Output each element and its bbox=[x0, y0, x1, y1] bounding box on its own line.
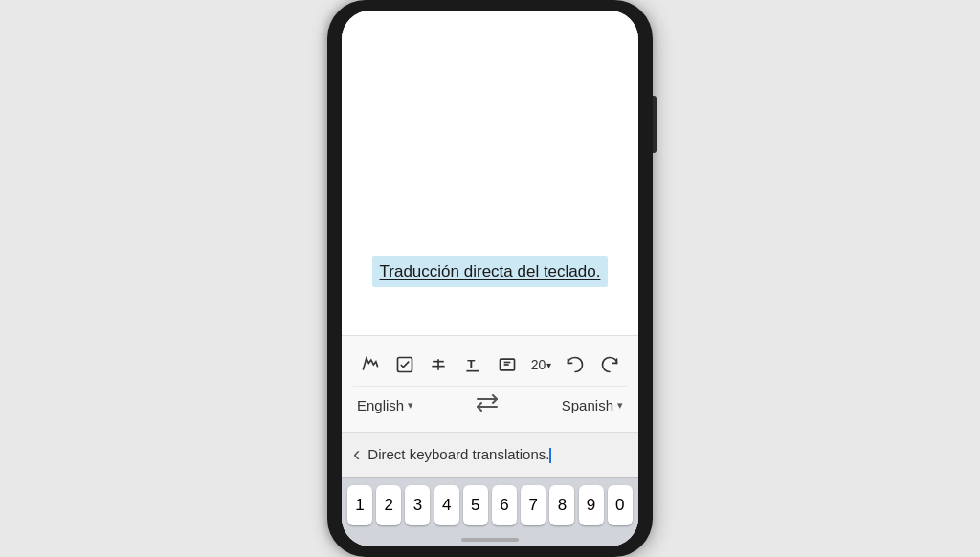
key-6[interactable]: 6 bbox=[492, 485, 517, 525]
toolbar-icons-row: T 20 ▾ bbox=[353, 344, 627, 387]
keyboard-bottom-bar bbox=[342, 533, 638, 546]
key-1[interactable]: 1 bbox=[347, 485, 372, 525]
font-size-chevron: ▾ bbox=[546, 360, 551, 370]
input-text[interactable]: Direct keyboard translations. bbox=[368, 446, 627, 463]
target-language-chevron: ▾ bbox=[617, 399, 623, 412]
swap-languages-button[interactable] bbox=[477, 394, 498, 416]
text-box-icon[interactable] bbox=[492, 349, 523, 380]
key-8[interactable]: 8 bbox=[549, 485, 574, 525]
text-underline-icon[interactable]: T bbox=[457, 349, 488, 380]
source-language-label: English bbox=[357, 397, 404, 413]
keyboard-number-row: 1 2 3 4 5 6 7 8 9 0 bbox=[342, 477, 638, 533]
key-5[interactable]: 5 bbox=[463, 485, 488, 525]
key-4[interactable]: 4 bbox=[434, 485, 459, 525]
phone-frame: Traducción directa del teclado. bbox=[327, 0, 653, 557]
text-cursor bbox=[549, 448, 551, 463]
phone-screen: Traducción directa del teclado. bbox=[342, 11, 638, 546]
toolbar: T 20 ▾ bbox=[342, 335, 638, 432]
font-size-button[interactable]: 20 ▾ bbox=[526, 349, 557, 380]
input-bar: ‹ Direct keyboard translations. bbox=[342, 432, 638, 477]
svg-text:T: T bbox=[467, 357, 475, 371]
translated-text: Traducción directa del teclado. bbox=[372, 256, 609, 287]
language-row: English ▾ Spanish ▾ bbox=[353, 387, 627, 424]
font-size-value: 20 bbox=[531, 357, 546, 372]
input-text-value: Direct keyboard translations. bbox=[368, 446, 549, 462]
source-language-chevron: ▾ bbox=[408, 399, 413, 412]
source-language-selector[interactable]: English ▾ bbox=[357, 397, 413, 413]
key-2[interactable]: 2 bbox=[376, 485, 401, 525]
key-7[interactable]: 7 bbox=[521, 485, 546, 525]
target-language-selector[interactable]: Spanish ▾ bbox=[562, 397, 623, 413]
key-9[interactable]: 9 bbox=[579, 485, 604, 525]
target-language-label: Spanish bbox=[562, 397, 613, 413]
key-0[interactable]: 0 bbox=[608, 485, 633, 525]
redo-icon[interactable] bbox=[594, 349, 625, 380]
undo-icon[interactable] bbox=[560, 349, 590, 380]
pen-icon[interactable] bbox=[355, 349, 386, 380]
key-3[interactable]: 3 bbox=[405, 485, 430, 525]
scene: Traducción directa del teclado. bbox=[0, 0, 980, 557]
checkbox-icon[interactable] bbox=[390, 349, 420, 380]
document-area: Traducción directa del teclado. bbox=[342, 11, 638, 335]
keyboard-hint-bar bbox=[461, 538, 519, 542]
back-button[interactable]: ‹ bbox=[353, 442, 360, 467]
strikethrough-icon[interactable] bbox=[423, 349, 454, 380]
